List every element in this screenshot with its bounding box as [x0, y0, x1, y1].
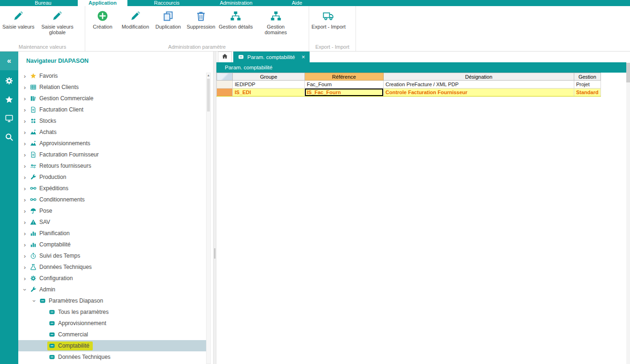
grid-cell[interactable]: Creation PreFacture / XML PDP	[384, 81, 574, 89]
ribbon-button-gestion-domaines[interactable]: Gestion domaines	[254, 7, 297, 35]
scrollbar-thumb[interactable]	[626, 63, 630, 82]
grid-column-groupe[interactable]: Groupe	[233, 73, 305, 81]
collapse-sidebar-button-chevrons-left-icon[interactable]: «	[0, 52, 18, 70]
tree-item-approvisionnements[interactable]: ›Approvisionnements	[18, 138, 206, 149]
tree-item-suivi-des-temps[interactable]: ›Suivi des Temps	[18, 250, 206, 261]
tree-item-donnees-techniques[interactable]: ›Données Techniques	[18, 351, 206, 363]
tree-item-expeditions[interactable]: ›Expéditions	[18, 183, 206, 194]
menu-tab-administration[interactable]: Administration	[206, 0, 266, 6]
umbrella-icon	[30, 208, 37, 215]
chevron-right-icon[interactable]: ›	[21, 185, 29, 192]
row-selector[interactable]	[217, 81, 233, 89]
tree-item-admin[interactable]: ›Admin	[18, 284, 206, 295]
chevron-right-icon[interactable]: ›	[21, 73, 29, 80]
tree-item-parametres-diapason[interactable]: ›Paramètres Diapason	[18, 295, 206, 306]
tree-item-sav[interactable]: ›SAV	[18, 216, 206, 228]
chevron-right-icon[interactable]: ›	[21, 151, 29, 158]
chevron-right-icon[interactable]: ›	[21, 196, 29, 203]
tree-item-gestion-commerciale[interactable]: ›Gestion Commerciale	[18, 93, 206, 104]
ribbon-button-saisie-valeurs-globale[interactable]: Saisie valeurs globale	[36, 7, 79, 35]
grid-selector-header[interactable]	[217, 73, 233, 81]
ribbon-button-saisie-valeurs[interactable]: Saisie valeurs	[1, 7, 36, 30]
tree-item-relation-clients[interactable]: ›Relation Clients	[18, 82, 206, 93]
grid-cell[interactable]: Standard	[574, 89, 601, 97]
tree-item-commercial[interactable]: ›Commercial	[18, 329, 206, 340]
grid-column-reference[interactable]: Référence	[305, 73, 384, 81]
tree-item-production[interactable]: ›Production	[18, 171, 206, 183]
chevron-down-icon[interactable]: ›	[22, 286, 29, 293]
scroll-up-icon[interactable]: ▲	[207, 73, 210, 78]
ribbon-button-modification[interactable]: Modification	[119, 7, 152, 30]
ribbon-button-gestion-details[interactable]: Gestion détails	[217, 7, 254, 30]
main-scrollbar[interactable]	[626, 63, 630, 364]
grid-column-designation[interactable]: Désignation	[384, 73, 574, 81]
grid-cell[interactable]: Projet	[574, 81, 601, 89]
grid-row[interactable]: IS_EDIIS_Fac_FournControle Facturation F…	[217, 89, 601, 97]
chevron-right-icon[interactable]: ›	[21, 275, 29, 282]
grid-row[interactable]: IEDIPDPFac_FournCreation PreFacture / XM…	[217, 81, 601, 89]
favorites-button-star-icon[interactable]	[0, 90, 18, 109]
home-tab[interactable]	[218, 52, 232, 62]
arrows-icon	[30, 163, 37, 170]
chevron-right-icon[interactable]: ›	[21, 219, 29, 226]
sidebar-scrollbar[interactable]: ▲	[206, 73, 211, 364]
tree-item-facturation-fournisseur[interactable]: ›Facturation Fournisseur	[18, 149, 206, 160]
tree-item-comptabilite[interactable]: ›Comptabilité	[18, 340, 206, 351]
chevron-right-icon[interactable]: ›	[21, 208, 29, 215]
workstation-button-monitor-icon[interactable]	[0, 109, 18, 127]
chevron-right-icon[interactable]: ›	[21, 264, 29, 271]
scrollbar-thumb[interactable]	[207, 79, 210, 111]
tree-item-favoris[interactable]: ›Favoris	[18, 70, 206, 82]
grid-cell[interactable]: IEDIPDP	[233, 81, 305, 89]
tree-item-stocks[interactable]: ›Stocks	[18, 115, 206, 126]
menu-tab-application[interactable]: Application	[78, 0, 127, 6]
chevron-right-icon[interactable]: ›	[21, 140, 29, 147]
chevron-down-icon[interactable]: ›	[31, 297, 38, 305]
ribbon-button-export-import[interactable]: Export - Import	[310, 7, 347, 30]
chevron-right-icon[interactable]: ›	[21, 84, 29, 91]
tree-item-achats[interactable]: ›Achats	[18, 126, 206, 138]
ribbon-button-creation[interactable]: Création	[86, 7, 119, 30]
menu-tab-bureau[interactable]: Bureau	[8, 0, 78, 6]
tree-item-conditionnements[interactable]: ›Conditionnements	[18, 194, 206, 205]
chevron-right-icon[interactable]: ›	[21, 230, 29, 237]
tree-item-donnees-techniques[interactable]: ›Données Techniques	[18, 261, 206, 273]
tree-item-comptabilite[interactable]: ›Comptabilité	[18, 239, 206, 250]
tree-item-pose[interactable]: ›Pose	[18, 205, 206, 216]
splitter-handle[interactable]	[214, 248, 215, 259]
tree-item-configuration[interactable]: ›Configuration	[18, 273, 206, 284]
books-icon	[30, 95, 37, 102]
tree-item-label: Expéditions	[39, 185, 68, 192]
row-selector[interactable]	[217, 89, 233, 97]
ribbon-button-label: Création	[93, 24, 112, 30]
tree-item-facturation-client[interactable]: ›Facturation Client	[18, 104, 206, 115]
chevron-right-icon[interactable]: ›	[21, 106, 29, 113]
grid-column-gestion[interactable]: Gestion	[574, 73, 601, 81]
panel-splitter[interactable]	[213, 52, 216, 364]
menu-tab-aide[interactable]: Aide	[266, 0, 328, 6]
tree-item-label: SAV	[39, 219, 50, 225]
tree-item-retours-fournisseurs[interactable]: ›Retours fournisseurs	[18, 160, 206, 171]
grid-cell[interactable]: IS_EDI	[233, 89, 305, 97]
search-button-search-icon[interactable]	[0, 127, 18, 146]
menu-tab-raccourcis[interactable]: Raccourcis	[127, 0, 206, 6]
chevron-right-icon[interactable]: ›	[21, 129, 29, 136]
tree-item-planification[interactable]: ›Planification	[18, 228, 206, 239]
tree-item-approvisionnement[interactable]: ›Approvisionnement	[18, 318, 206, 329]
ribbon-button-suppression[interactable]: Suppression	[185, 7, 217, 30]
cluster-icon	[30, 118, 37, 125]
settings-button-gear-icon[interactable]	[0, 71, 18, 90]
chevron-right-icon[interactable]: ›	[21, 174, 29, 181]
tab-close-icon[interactable]: ×	[302, 54, 305, 60]
grid-cell[interactable]: IS_Fac_Fourn	[305, 89, 384, 97]
chevron-right-icon[interactable]: ›	[21, 118, 29, 125]
chevron-right-icon[interactable]: ›	[21, 163, 29, 170]
grid-cell[interactable]: Controle Facturation Fournisseur	[384, 89, 574, 97]
tab-param-comptabilite[interactable]: Param. comptabilité ×	[233, 52, 310, 62]
chevron-right-icon[interactable]: ›	[21, 95, 29, 102]
chevron-right-icon[interactable]: ›	[21, 253, 29, 260]
grid-cell[interactable]: Fac_Fourn	[305, 81, 384, 89]
ribbon-button-duplication[interactable]: Duplication	[152, 7, 185, 30]
chevron-right-icon[interactable]: ›	[21, 241, 29, 248]
tree-item-tous-les-parametres[interactable]: ›Tous les paramètres	[18, 306, 206, 318]
